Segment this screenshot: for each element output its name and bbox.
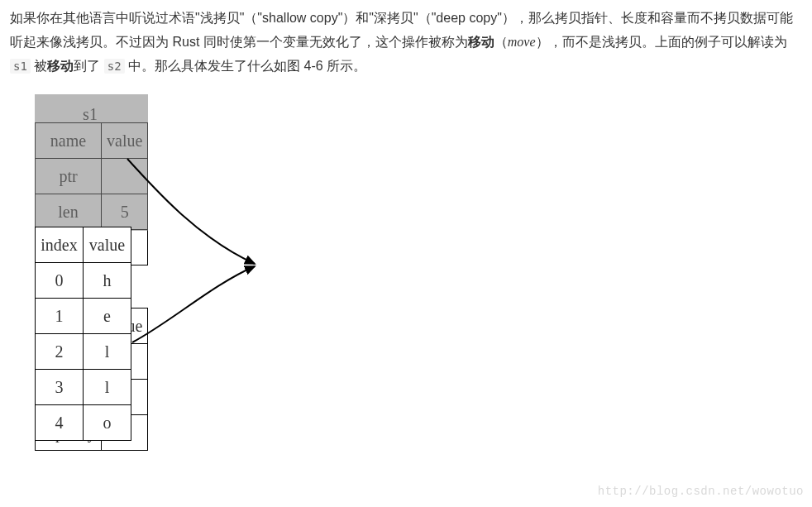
moved-bold: 移动 — [47, 59, 74, 73]
text-segment: ），而不是浅拷贝。上面的例子可以解读为 — [536, 35, 787, 49]
header-value: value — [84, 227, 131, 263]
header-name: name — [36, 123, 102, 159]
cell-value: o — [84, 405, 131, 441]
cell-value: l — [84, 370, 131, 405]
table-row: 1e — [36, 299, 131, 334]
text-segment: 被 — [31, 59, 47, 73]
cell-index: 3 — [36, 370, 84, 405]
cell-value: l — [84, 334, 131, 370]
cell-name: len — [36, 194, 102, 230]
header-value: value — [102, 123, 148, 159]
cell-value: e — [84, 299, 131, 334]
table-row: 4o — [36, 405, 131, 441]
text-segment: 中。那么具体发生了什么如图 4-6 所示。 — [125, 59, 366, 73]
watermark: http://blog.csdn.net/wowotuo — [598, 481, 804, 502]
cell-value: h — [84, 263, 131, 299]
move-italic: move — [508, 35, 536, 49]
cell-value: 5 — [102, 194, 148, 230]
explanation-paragraph: 如果你在其他语言中听说过术语"浅拷贝"（"shallow copy"）和"深拷贝… — [10, 7, 802, 78]
text-segment: 到了 — [74, 59, 103, 73]
arrow-s2-to-data — [132, 266, 255, 342]
table-row: len5 — [36, 194, 148, 230]
header-index: index — [36, 227, 84, 263]
move-bold: 移动 — [468, 35, 494, 49]
cell-index: 4 — [36, 405, 84, 441]
cell-value — [102, 159, 148, 194]
table-row: 0h — [36, 263, 131, 299]
code-s1: s1 — [10, 59, 31, 74]
text-segment: （ — [494, 35, 508, 49]
table-header-row: name value — [36, 123, 148, 159]
cell-index: 0 — [36, 263, 84, 299]
cell-index: 2 — [36, 334, 84, 370]
table-row: ptr — [36, 159, 148, 194]
diagram-area: s1 name value ptr len5 capacity5 s2 name… — [35, 94, 614, 475]
table-header-row: index value — [36, 227, 131, 263]
data-table: index value 0h 1e 2l 3l 4o — [35, 227, 131, 441]
code-s2: s2 — [104, 59, 125, 74]
table-row: 3l — [36, 370, 131, 405]
table-row: 2l — [36, 334, 131, 370]
cell-name: ptr — [36, 159, 102, 194]
cell-index: 1 — [36, 299, 84, 334]
